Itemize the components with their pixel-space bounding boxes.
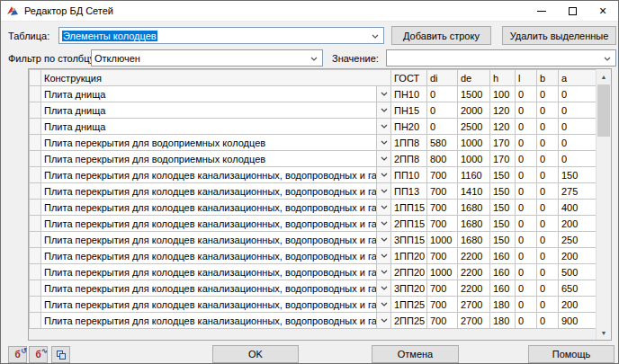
cell-construction[interactable]: Плита перекрытия для колодцев канализаци… [41,167,391,183]
cell-gost[interactable]: 1ПП25 [391,297,427,313]
cell-h[interactable]: 100 [490,86,516,102]
cell-a[interactable]: 200 [559,216,597,232]
column-header-di[interactable]: di [427,70,458,86]
cell-h[interactable]: 150 [490,232,516,248]
chevron-down-icon[interactable] [376,102,390,118]
cell-l[interactable]: 0 [516,280,537,297]
cell-gost[interactable]: 3ПП15 [391,232,427,248]
cell-construction[interactable]: Плита перекрытия для колодцев канализаци… [41,200,391,216]
cell-l[interactable]: 0 [516,151,537,167]
cell-construction[interactable]: Плита днища [41,102,391,119]
chevron-down-icon[interactable] [376,135,390,150]
chevron-down-icon[interactable] [604,57,611,61]
table-row[interactable]: Плита перекрытия для водоприемных колодц… [30,151,597,167]
cell-l[interactable]: 0 [516,102,537,119]
cell-a[interactable]: 200 [559,248,597,264]
cell-h[interactable]: 170 [490,135,516,151]
cell-de[interactable]: 1000 [458,135,490,151]
table-row[interactable]: Плита перекрытия для колодцев канализаци… [30,313,597,329]
cell-h[interactable]: 160 [490,248,516,264]
cell-l[interactable]: 0 [516,264,537,280]
cell-construction[interactable]: Плита перекрытия для колодцев канализаци… [41,280,391,297]
row-header-cell[interactable] [30,264,41,280]
row-header-cell[interactable] [30,86,41,102]
row-header-cell[interactable] [30,313,41,329]
chevron-down-icon[interactable] [376,200,390,215]
chevron-down-icon[interactable] [376,232,390,247]
chevron-down-icon[interactable] [310,57,318,61]
db-tool-button-2[interactable]: б∿ [29,346,48,363]
scrollbar-thumb[interactable] [597,84,610,137]
cell-b[interactable]: 0 [537,248,559,264]
cell-construction[interactable]: Плита днища [41,119,391,135]
row-header-cell[interactable] [30,151,41,167]
cell-a[interactable]: 200 [559,297,597,313]
cell-di[interactable]: 700 [427,297,458,313]
cell-b[interactable]: 0 [537,183,559,200]
cell-b[interactable]: 0 [537,313,559,329]
delete-selected-button[interactable]: Удалить выделенные [502,26,616,45]
cell-l[interactable]: 0 [516,297,537,313]
scroll-down-icon[interactable]: ▼ [597,325,611,340]
cell-a[interactable]: 400 [559,200,597,216]
table-row[interactable]: Плита перекрытия для колодцев канализаци… [30,280,597,297]
cell-gost[interactable]: ПН20 [391,119,427,135]
cell-a[interactable]: 275 [559,183,597,200]
cell-b[interactable]: 0 [537,167,559,183]
cell-di[interactable]: 700 [427,216,458,232]
cell-di[interactable]: 0 [427,119,458,135]
cell-l[interactable]: 0 [516,232,537,248]
row-header-cell[interactable] [30,167,41,183]
table-row[interactable]: Плита перекрытия для колодцев канализаци… [30,183,597,200]
cell-a[interactable]: 250 [559,232,597,248]
column-header-b[interactable]: b [537,70,559,86]
chevron-down-icon[interactable] [376,297,390,312]
row-header-cell[interactable] [30,200,41,216]
table-row[interactable]: Плита днищаПН2002500120000 [30,119,597,135]
ok-button[interactable]: OK [212,345,299,363]
cell-construction[interactable]: Плита перекрытия для колодцев канализаци… [41,264,391,280]
cell-h[interactable]: 150 [490,216,516,232]
chevron-down-icon[interactable] [376,86,390,102]
cell-a[interactable]: 500 [559,264,597,280]
cell-gost[interactable]: 1ПП15 [391,200,427,216]
table-row[interactable]: Плита днищаПН1502000120000 [30,102,597,119]
cell-construction[interactable]: Плита перекрытия для колодцев канализаци… [41,232,391,248]
cell-de[interactable]: 2500 [458,119,490,135]
column-header-de[interactable]: de [458,70,490,86]
cell-l[interactable]: 0 [516,313,537,329]
cell-l[interactable]: 0 [516,135,537,151]
row-header-cell[interactable] [30,248,41,264]
cell-di[interactable]: 800 [427,151,458,167]
cell-gost[interactable]: 1ПП8 [391,135,427,151]
cell-l[interactable]: 0 [516,119,537,135]
cell-l[interactable]: 0 [516,167,537,183]
cell-h[interactable]: 150 [490,200,516,216]
row-header-cell[interactable] [30,119,41,135]
cell-gost[interactable]: ПП13 [391,183,427,200]
cell-h[interactable]: 120 [490,102,516,119]
cell-gost[interactable]: 2ПП25 [391,313,427,329]
row-header-cell[interactable] [30,280,41,297]
table-row[interactable]: Плита перекрытия для колодцев канализаци… [30,216,597,232]
cell-a[interactable]: 0 [559,102,597,119]
cell-di[interactable]: 0 [427,102,458,119]
cell-a[interactable]: 0 [559,86,597,102]
cell-h[interactable]: 180 [490,297,516,313]
table-row[interactable]: Плита перекрытия для колодцев канализаци… [30,200,597,216]
cell-b[interactable]: 0 [537,119,559,135]
cell-gost[interactable]: ПП10 [391,167,427,183]
cell-di[interactable]: 700 [427,167,458,183]
cell-b[interactable]: 0 [537,135,559,151]
cancel-button[interactable]: Отмена [372,345,459,363]
cell-di[interactable]: 700 [427,313,458,329]
cell-de[interactable]: 2700 [458,313,490,329]
cell-b[interactable]: 0 [537,102,559,119]
help-button[interactable]: Помощь [528,345,615,363]
cell-de[interactable]: 1000 [458,151,490,167]
cell-a[interactable]: 0 [559,119,597,135]
vertical-scrollbar[interactable]: ▲ ▼ [596,69,611,340]
cell-di[interactable]: 580 [427,135,458,151]
table-row[interactable]: Плита перекрытия для колодцев канализаци… [30,248,597,264]
cell-a[interactable]: 650 [559,280,597,297]
